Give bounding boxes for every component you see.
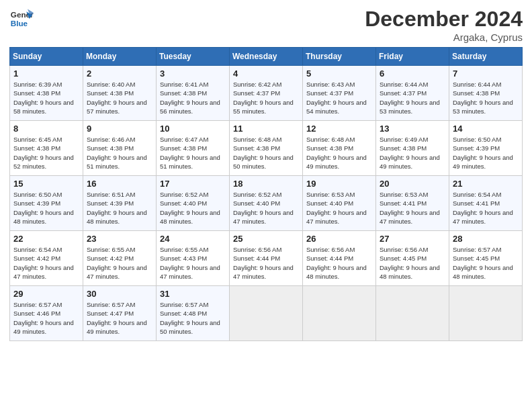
day-number: 13 (380, 124, 445, 134)
month-title: December 2024 (365, 7, 523, 32)
location: Argaka, Cyprus (365, 32, 523, 43)
calendar-cell: 29 Sunrise: 6:57 AM Sunset: 4:46 PM Dayl… (10, 286, 83, 341)
calendar-cell (449, 286, 523, 341)
cell-info: Sunrise: 6:54 AM Sunset: 4:42 PM Dayligh… (13, 245, 79, 281)
col-header-friday: Friday (376, 48, 449, 66)
col-header-wednesday: Wednesday (230, 48, 303, 66)
day-number: 18 (233, 179, 299, 189)
calendar-cell: 10 Sunrise: 6:47 AM Sunset: 4:38 PM Dayl… (157, 121, 230, 176)
col-header-thursday: Thursday (303, 48, 376, 66)
calendar-cell: 17 Sunrise: 6:52 AM Sunset: 4:40 PM Dayl… (157, 176, 230, 231)
calendar-cell: 14 Sunrise: 6:50 AM Sunset: 4:39 PM Dayl… (449, 121, 523, 176)
week-row-4: 22 Sunrise: 6:54 AM Sunset: 4:42 PM Dayl… (10, 231, 523, 286)
calendar-cell: 24 Sunrise: 6:55 AM Sunset: 4:43 PM Dayl… (157, 231, 230, 286)
calendar-cell: 15 Sunrise: 6:50 AM Sunset: 4:39 PM Dayl… (10, 176, 83, 231)
calendar-cell: 18 Sunrise: 6:52 AM Sunset: 4:40 PM Dayl… (230, 176, 303, 231)
calendar-cell (230, 286, 303, 341)
calendar-cell: 20 Sunrise: 6:53 AM Sunset: 4:41 PM Dayl… (376, 176, 449, 231)
calendar-cell: 21 Sunrise: 6:54 AM Sunset: 4:41 PM Dayl… (449, 176, 523, 231)
cell-info: Sunrise: 6:41 AM Sunset: 4:38 PM Dayligh… (160, 80, 226, 116)
day-number: 21 (453, 179, 519, 189)
week-row-2: 8 Sunrise: 6:45 AM Sunset: 4:38 PM Dayli… (10, 121, 523, 176)
cell-info: Sunrise: 6:50 AM Sunset: 4:39 PM Dayligh… (13, 190, 79, 226)
cell-info: Sunrise: 6:56 AM Sunset: 4:44 PM Dayligh… (306, 245, 372, 281)
calendar-cell: 12 Sunrise: 6:48 AM Sunset: 4:38 PM Dayl… (303, 121, 376, 176)
cell-info: Sunrise: 6:52 AM Sunset: 4:40 PM Dayligh… (160, 190, 226, 226)
cell-info: Sunrise: 6:42 AM Sunset: 4:37 PM Dayligh… (233, 80, 299, 116)
day-number: 14 (453, 124, 519, 134)
day-number: 7 (453, 68, 519, 79)
cell-info: Sunrise: 6:48 AM Sunset: 4:38 PM Dayligh… (233, 135, 299, 171)
calendar-cell (376, 286, 449, 341)
day-number: 17 (160, 179, 226, 189)
day-number: 20 (380, 179, 445, 189)
day-number: 16 (87, 179, 152, 189)
cell-info: Sunrise: 6:44 AM Sunset: 4:38 PM Dayligh… (453, 80, 519, 116)
cell-info: Sunrise: 6:48 AM Sunset: 4:38 PM Dayligh… (306, 135, 372, 171)
calendar-table: SundayMondayTuesdayWednesdayThursdayFrid… (9, 47, 523, 341)
day-number: 23 (87, 234, 152, 244)
calendar-cell: 8 Sunrise: 6:45 AM Sunset: 4:38 PM Dayli… (10, 121, 83, 176)
day-number: 9 (87, 124, 152, 134)
cell-info: Sunrise: 6:57 AM Sunset: 4:48 PM Dayligh… (160, 300, 226, 336)
cell-info: Sunrise: 6:53 AM Sunset: 4:41 PM Dayligh… (380, 190, 445, 226)
cell-info: Sunrise: 6:44 AM Sunset: 4:37 PM Dayligh… (380, 80, 445, 116)
col-header-sunday: Sunday (10, 48, 83, 66)
calendar-cell: 9 Sunrise: 6:46 AM Sunset: 4:38 PM Dayli… (83, 121, 157, 176)
logo: General Blue (9, 7, 34, 31)
day-number: 11 (233, 124, 299, 134)
cell-info: Sunrise: 6:55 AM Sunset: 4:42 PM Dayligh… (87, 245, 152, 281)
cell-info: Sunrise: 6:54 AM Sunset: 4:41 PM Dayligh… (453, 190, 519, 226)
cell-info: Sunrise: 6:47 AM Sunset: 4:38 PM Dayligh… (160, 135, 226, 171)
calendar-cell: 11 Sunrise: 6:48 AM Sunset: 4:38 PM Dayl… (230, 121, 303, 176)
cell-info: Sunrise: 6:45 AM Sunset: 4:38 PM Dayligh… (13, 135, 79, 171)
cell-info: Sunrise: 6:55 AM Sunset: 4:43 PM Dayligh… (160, 245, 226, 281)
logo-icon: General Blue (9, 7, 34, 31)
day-number: 2 (87, 68, 152, 79)
calendar-cell: 26 Sunrise: 6:56 AM Sunset: 4:44 PM Dayl… (303, 231, 376, 286)
day-number: 28 (453, 234, 519, 244)
week-row-1: 1 Sunrise: 6:39 AM Sunset: 4:38 PM Dayli… (10, 66, 523, 121)
day-number: 1 (13, 68, 79, 79)
calendar-cell (303, 286, 376, 341)
calendar-cell: 22 Sunrise: 6:54 AM Sunset: 4:42 PM Dayl… (10, 231, 83, 286)
day-number: 26 (306, 234, 372, 244)
day-number: 12 (306, 124, 372, 134)
header: General Blue December 2024 Argaka, Cypru… (9, 7, 523, 43)
col-header-tuesday: Tuesday (157, 48, 230, 66)
cell-info: Sunrise: 6:46 AM Sunset: 4:38 PM Dayligh… (87, 135, 152, 171)
calendar-cell: 30 Sunrise: 6:57 AM Sunset: 4:47 PM Dayl… (83, 286, 157, 341)
day-number: 22 (13, 234, 79, 244)
day-number: 15 (13, 179, 79, 189)
page-container: General Blue December 2024 Argaka, Cypru… (0, 0, 532, 348)
calendar-cell: 1 Sunrise: 6:39 AM Sunset: 4:38 PM Dayli… (10, 66, 83, 121)
calendar-cell: 31 Sunrise: 6:57 AM Sunset: 4:48 PM Dayl… (157, 286, 230, 341)
title-block: December 2024 Argaka, Cyprus (365, 7, 523, 43)
calendar-cell: 27 Sunrise: 6:56 AM Sunset: 4:45 PM Dayl… (376, 231, 449, 286)
day-number: 3 (160, 68, 226, 79)
day-number: 19 (306, 179, 372, 189)
calendar-cell: 23 Sunrise: 6:55 AM Sunset: 4:42 PM Dayl… (83, 231, 157, 286)
cell-info: Sunrise: 6:56 AM Sunset: 4:45 PM Dayligh… (380, 245, 445, 281)
cell-info: Sunrise: 6:53 AM Sunset: 4:40 PM Dayligh… (306, 190, 372, 226)
calendar-cell: 28 Sunrise: 6:57 AM Sunset: 4:45 PM Dayl… (449, 231, 523, 286)
week-row-3: 15 Sunrise: 6:50 AM Sunset: 4:39 PM Dayl… (10, 176, 523, 231)
cell-info: Sunrise: 6:52 AM Sunset: 4:40 PM Dayligh… (233, 190, 299, 226)
calendar-cell: 16 Sunrise: 6:51 AM Sunset: 4:39 PM Dayl… (83, 176, 157, 231)
day-number: 25 (233, 234, 299, 244)
cell-info: Sunrise: 6:57 AM Sunset: 4:45 PM Dayligh… (453, 245, 519, 281)
col-header-saturday: Saturday (449, 48, 523, 66)
calendar-cell: 13 Sunrise: 6:49 AM Sunset: 4:38 PM Dayl… (376, 121, 449, 176)
calendar-cell: 7 Sunrise: 6:44 AM Sunset: 4:38 PM Dayli… (449, 66, 523, 121)
day-number: 10 (160, 124, 226, 134)
calendar-cell: 2 Sunrise: 6:40 AM Sunset: 4:38 PM Dayli… (83, 66, 157, 121)
cell-info: Sunrise: 6:39 AM Sunset: 4:38 PM Dayligh… (13, 80, 79, 116)
col-header-monday: Monday (83, 48, 157, 66)
cell-info: Sunrise: 6:40 AM Sunset: 4:38 PM Dayligh… (87, 80, 152, 116)
cell-info: Sunrise: 6:51 AM Sunset: 4:39 PM Dayligh… (87, 190, 152, 226)
cell-info: Sunrise: 6:56 AM Sunset: 4:44 PM Dayligh… (233, 245, 299, 281)
day-number: 4 (233, 68, 299, 79)
cell-info: Sunrise: 6:43 AM Sunset: 4:37 PM Dayligh… (306, 80, 372, 116)
svg-text:Blue: Blue (11, 19, 28, 28)
day-number: 24 (160, 234, 226, 244)
